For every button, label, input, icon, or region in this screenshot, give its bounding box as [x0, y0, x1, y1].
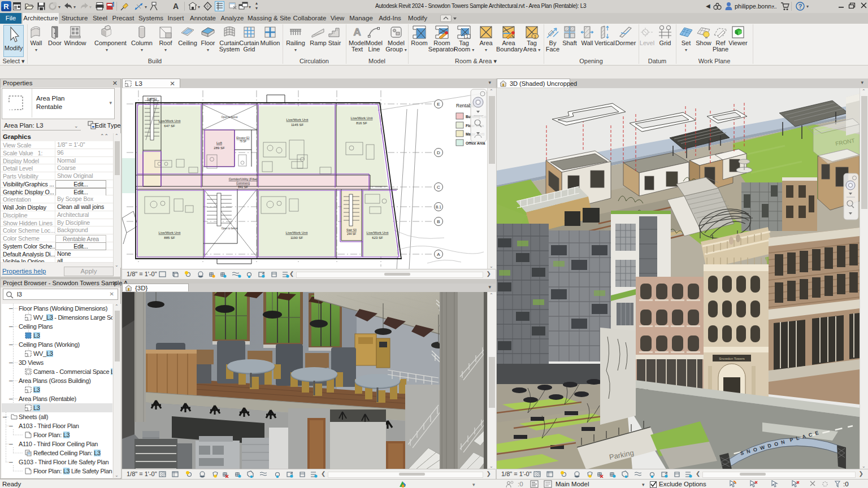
svg-text:816 SF: 816 SF — [356, 121, 367, 125]
svg-text:1190 SF: 1190 SF — [290, 236, 303, 239]
svg-text:1: 1 — [466, 34, 468, 38]
svg-text:885 SF: 885 SF — [164, 236, 175, 239]
svg-text:E: E — [437, 102, 440, 107]
svg-text:A: A — [353, 26, 361, 38]
svg-text:841 SF: 841 SF — [238, 185, 248, 189]
svg-text:?: ? — [798, 3, 802, 10]
svg-text:79 SF: 79 SF — [240, 140, 246, 143]
svg-text:B: B — [437, 219, 440, 224]
svg-text:A: A — [437, 252, 440, 257]
svg-text:A: A — [173, 2, 179, 11]
svg-text:Live/Work Unit: Live/Work Unit — [287, 118, 309, 121]
svg-text:Snowdon Towers: Snowdon Towers — [719, 357, 745, 360]
svg-text:1: 1 — [534, 34, 536, 38]
svg-text:Stair S2: Stair S2 — [147, 97, 157, 101]
svg-text:244 SF: 244 SF — [347, 232, 356, 236]
svg-text:Common): Common) — [236, 181, 250, 185]
svg-text:Open to below: Open to below — [221, 227, 238, 230]
svg-text:Live/Work Unit: Live/Work Unit — [286, 231, 308, 234]
svg-text:Live/Work Unit: Live/Work Unit — [159, 119, 181, 123]
svg-text:Live/Work Unit: Live/Work Unit — [367, 231, 389, 234]
svg-text:Loft: Loft — [216, 141, 222, 145]
svg-text:R: R — [3, 2, 9, 11]
svg-text:647 SF: 647 SF — [164, 124, 175, 128]
svg-text:Elevator E2: Elevator E2 — [236, 137, 250, 140]
svg-text:289 SF: 289 SF — [214, 146, 225, 150]
svg-text:B.1: B.1 — [436, 205, 441, 209]
svg-text:D: D — [437, 150, 440, 155]
svg-text:623 SF: 623 SF — [372, 236, 383, 239]
svg-text:Open to below: Open to below — [221, 116, 238, 119]
svg-text:Stair S3: Stair S3 — [346, 228, 357, 232]
svg-text:C: C — [437, 185, 440, 190]
svg-text:Live/Work Unit: Live/Work Unit — [159, 231, 181, 234]
svg-text:Corridor/Utility (Fiber: Corridor/Utility (Fiber — [229, 177, 258, 181]
svg-text:1145 SF: 1145 SF — [291, 123, 304, 127]
svg-text:Live/Work Unit: Live/Work Unit — [351, 116, 373, 120]
